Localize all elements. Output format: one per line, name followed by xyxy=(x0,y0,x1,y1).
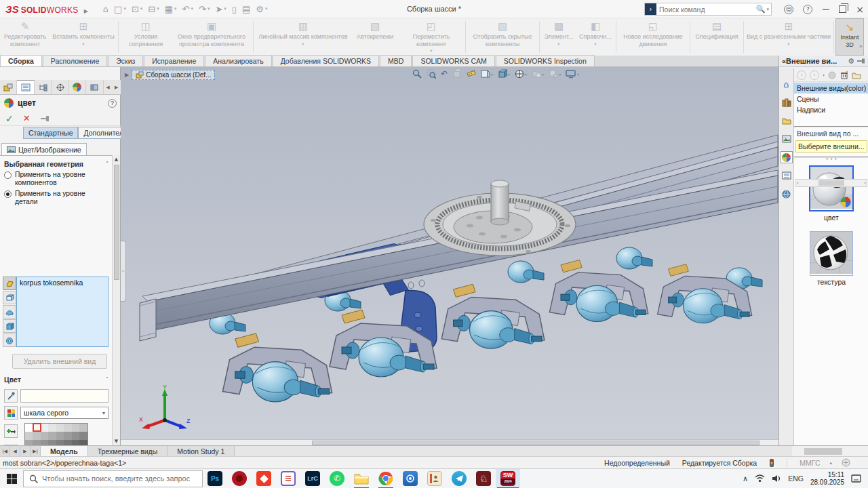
tab-nav-prev-icon[interactable]: ◀ xyxy=(10,446,20,456)
taskbar-photoshop-icon[interactable]: Ps xyxy=(203,469,227,488)
tab-mbd[interactable]: MBD xyxy=(380,55,412,66)
task-pane-pin-icon[interactable] xyxy=(857,58,865,64)
taskbar-search-input[interactable] xyxy=(42,474,197,483)
panel-splitter-handle[interactable]: ∘ xyxy=(121,241,126,302)
color-sphere-preview[interactable] xyxy=(809,165,854,211)
tab-repair[interactable]: Исправление xyxy=(144,55,204,66)
selected-geometry-header[interactable]: Выбранная геометрия˄ xyxy=(0,156,113,169)
history-caret-icon[interactable]: ▾ xyxy=(823,73,825,77)
bogie-assembly[interactable] xyxy=(222,333,332,402)
tab-inspection[interactable]: SOLIDWORKS Inspection xyxy=(496,55,595,66)
collapse-chevron-icon[interactable]: ˄ xyxy=(106,377,108,383)
apply-scene-icon[interactable]: ▾ xyxy=(549,69,561,79)
filter-solid-button[interactable] xyxy=(3,319,16,333)
tab-sketch[interactable]: Эскиз xyxy=(108,55,143,66)
filter-body-button[interactable] xyxy=(3,291,16,304)
previous-view-icon[interactable]: ↶ xyxy=(441,69,448,79)
tab-custom-properties-icon[interactable] xyxy=(781,169,793,182)
radio-part-level[interactable]: Применить на уровне детали xyxy=(0,188,113,207)
tab-nav-first-icon[interactable]: |◀ xyxy=(0,446,10,456)
pm-tab-standard[interactable]: Стандартные xyxy=(23,127,78,139)
taskbar-camera-app-icon[interactable] xyxy=(398,469,422,488)
back-icon[interactable]: ‹ xyxy=(797,70,806,80)
rear-hub[interactable] xyxy=(508,261,544,283)
rebuild-icon[interactable]: ▯ xyxy=(232,4,237,14)
ribbon-instant3d-button[interactable]: ↘Instant 3D xyxy=(835,18,864,56)
view-settings-icon[interactable]: ▾ xyxy=(566,69,579,79)
tree-item-decals[interactable]: Надписи xyxy=(794,104,868,115)
home-icon[interactable]: ⌂ xyxy=(103,4,108,14)
taskpane-horizontal-scrollbar[interactable] xyxy=(792,445,868,456)
start-button[interactable] xyxy=(0,469,23,488)
pm-page-tab-color-image[interactable]: Цвет/Изображение xyxy=(1,143,87,156)
display-style-icon[interactable]: ▾ xyxy=(498,69,510,79)
taskbar-solidworks-icon[interactable]: SW2024 xyxy=(496,469,520,488)
tab-display-manager[interactable] xyxy=(69,80,86,94)
select-icon[interactable]: ➤▾ xyxy=(215,4,226,14)
selected-geometry-item[interactable]: korpus tokosemnika xyxy=(20,279,83,287)
tab-dimxpert-manager[interactable] xyxy=(52,80,68,94)
tab-feature-manager[interactable] xyxy=(0,80,17,94)
scroll-up-icon[interactable]: ▲ xyxy=(115,155,118,163)
scroll-down-icon[interactable]: ▼ xyxy=(115,437,118,445)
current-color-swatch[interactable] xyxy=(20,389,108,403)
rear-hub[interactable] xyxy=(616,247,652,269)
viewport-horizontal-scrollbar[interactable] xyxy=(121,439,778,445)
appearance-thumbnail-color[interactable]: цвет xyxy=(794,165,868,222)
print-icon[interactable]: ▦▾ xyxy=(165,4,177,14)
scroll-thumb[interactable] xyxy=(312,441,760,445)
ribbon-move-component-button[interactable]: ◰Переместить компонент▾ xyxy=(399,18,464,56)
ribbon-smart-fasteners-button[interactable]: ▧Автокрепежи xyxy=(351,18,399,56)
account-icon[interactable]: ☺ xyxy=(784,5,793,14)
taskbar-chrome-icon[interactable] xyxy=(374,469,398,488)
open-icon[interactable]: ⊡▾ xyxy=(132,4,142,14)
manager-tabs-scroll-right[interactable]: ▶ xyxy=(112,80,121,94)
radio-dot[interactable] xyxy=(4,171,12,179)
ribbon-edit-component-button[interactable]: ✎Редактировать компонент xyxy=(0,18,50,56)
units-caret-icon[interactable]: ▴ xyxy=(829,460,832,466)
slewing-gear-ring[interactable] xyxy=(424,180,576,256)
ribbon-bom-button[interactable]: ▤Спецификация xyxy=(692,18,742,56)
close-button[interactable]: × xyxy=(856,4,864,15)
section-view-icon[interactable] xyxy=(452,69,462,79)
pm-scrollbar[interactable]: ▲ ▼ xyxy=(112,155,120,445)
tab-addins[interactable]: Добавления SOLIDWORKS xyxy=(273,55,379,66)
edit-appearance-icon[interactable]: ▾ xyxy=(481,69,493,79)
tray-expand-icon[interactable]: ∧ xyxy=(743,474,748,483)
selected-geometry-list[interactable]: korpus tokosemnika xyxy=(16,277,108,347)
tab-nav-next-icon[interactable]: ▶ xyxy=(20,446,31,456)
taskbar-diamond-app-icon[interactable] xyxy=(252,469,276,488)
collapse-chevron-icon[interactable]: ˄ xyxy=(106,161,108,167)
graphics-viewport[interactable]: ▶ Сборка шасси (Def... ↶ ▾ ▾ ▾ ▾ ▾ ▾ ∘ Y… xyxy=(121,67,778,439)
new-document-icon[interactable]: □▾ xyxy=(114,4,126,14)
add-swatch-button[interactable] xyxy=(4,424,18,438)
tree-horizontal-scrollbar[interactable]: ‹ › xyxy=(795,179,867,187)
ribbon-assembly-features-button[interactable]: ▩Элемент...▾ xyxy=(541,18,576,56)
open-folder-icon[interactable] xyxy=(852,71,861,79)
eyedropper-button[interactable] xyxy=(4,389,18,403)
pm-ok-button[interactable]: ✓ xyxy=(5,113,14,124)
radio-component-level[interactable]: Применить на уровне компонентов xyxy=(0,169,113,188)
tab-3d-content-icon[interactable] xyxy=(781,188,793,200)
remove-appearance-button[interactable]: Удалить внешний вид xyxy=(12,354,107,369)
texture-sphere-preview[interactable] xyxy=(810,231,853,276)
tab-cam-manager[interactable] xyxy=(86,80,103,94)
tab-sw-resources-home-icon[interactable]: ⌂ xyxy=(781,78,793,90)
redo-icon[interactable]: ↷▾ xyxy=(199,4,210,14)
notification-center-icon[interactable] xyxy=(851,474,861,483)
units-indicator[interactable]: ММГС xyxy=(800,459,820,467)
viewport-3d-model[interactable] xyxy=(121,67,778,439)
pane-sizer-handle[interactable]: • • • xyxy=(794,157,868,161)
ribbon-exploded-view-button[interactable]: ⊞Вид с разнесенными частями▾ xyxy=(745,18,832,56)
ribbon-mates-button[interactable]: ◫Условия сопряжения xyxy=(120,18,172,56)
view-orientation-icon[interactable]: ▾ xyxy=(515,69,527,79)
document-tab[interactable]: ▶ Сборка шасси (Def... xyxy=(125,70,215,80)
ribbon-overflow-chevron[interactable]: » xyxy=(859,43,863,49)
forward-icon[interactable]: › xyxy=(810,70,819,80)
hide-show-items-icon[interactable]: ▾ xyxy=(532,69,544,79)
taskbar-chess-app-icon[interactable]: ♘ xyxy=(471,469,496,488)
tab-3d-views[interactable]: Трехмерные виды xyxy=(88,446,168,456)
tab-cam[interactable]: SOLIDWORKS CAM xyxy=(412,55,494,66)
ribbon-insert-components-button[interactable]: ⊞Вставить компоненты▾ xyxy=(50,18,117,56)
bogie-assembly[interactable] xyxy=(441,284,545,348)
